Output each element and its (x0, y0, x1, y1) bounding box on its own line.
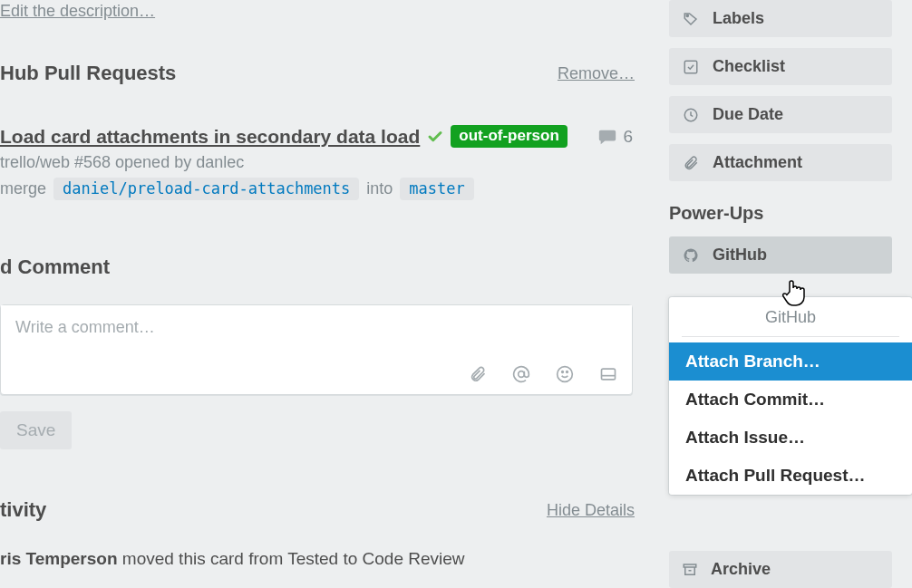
comment-icon (597, 127, 617, 147)
status-badge: out-of-person (451, 125, 567, 148)
svg-point-1 (558, 367, 573, 382)
svg-point-6 (686, 14, 688, 16)
sidebar-item-label: Due Date (713, 105, 783, 124)
svg-rect-9 (684, 564, 696, 567)
popover-item-attach-pull-request[interactable]: Attach Pull Request… (669, 457, 912, 495)
popover-item-attach-branch[interactable]: Attach Branch… (669, 342, 912, 381)
pr-title-link[interactable]: Load card attachments in secondary data … (0, 126, 420, 148)
section-header: Hub Pull Requests Remove… (0, 62, 635, 85)
sidebar-github-button[interactable]: GitHub (669, 236, 892, 274)
remove-link[interactable]: Remove… (558, 64, 635, 83)
sidebar-item-label: Archive (711, 560, 771, 579)
mention-icon[interactable] (512, 365, 530, 383)
branch-from[interactable]: daniel/preload-card-attachments (53, 178, 359, 200)
pr-item: Load card attachments in secondary data … (0, 125, 635, 148)
comments-count[interactable]: 6 (597, 127, 633, 147)
add-comment-title: d Comment (0, 255, 635, 279)
sidebar-item-label: GitHub (713, 246, 767, 265)
popover-item-attach-issue[interactable]: Attach Issue… (669, 419, 912, 457)
github-popover: GitHub Attach Branch… Attach Commit… Att… (669, 297, 912, 495)
checklist-icon (682, 59, 700, 75)
activity-entry: ris Temperson moved this card from Teste… (0, 549, 635, 569)
branch-to[interactable]: master (400, 178, 473, 200)
into-label: into (366, 179, 393, 198)
sidebar-labels-button[interactable]: Labels (669, 0, 892, 37)
card-sidebar: Labels Checklist Due Date Attachment Pow… (669, 0, 892, 284)
sidebar-attachment-button[interactable]: Attachment (669, 144, 892, 181)
card-icon[interactable] (599, 365, 617, 383)
comment-input[interactable] (1, 305, 632, 350)
tag-icon (682, 11, 700, 27)
activity-section: tivity Hide Details ris Temperson moved … (0, 498, 635, 569)
pull-requests-section: Hub Pull Requests Remove… Load card atta… (0, 62, 635, 200)
hide-details-link[interactable]: Hide Details (547, 501, 635, 520)
sidebar-item-label: Attachment (713, 153, 802, 172)
comment-number: 6 (623, 127, 633, 147)
section-title: Hub Pull Requests (0, 62, 176, 85)
svg-rect-7 (684, 61, 697, 73)
svg-point-0 (519, 371, 525, 378)
activity-user: ris Temperson (0, 549, 118, 568)
archive-icon (682, 562, 698, 578)
mouse-cursor (781, 277, 809, 308)
github-icon (682, 247, 700, 264)
sidebar-checklist-button[interactable]: Checklist (669, 48, 892, 85)
pr-merge-line: merge daniel/preload-card-attachments in… (0, 178, 635, 200)
pr-repo-line: trello/web #568 opened by danlec (0, 153, 635, 172)
paperclip-icon (682, 155, 700, 171)
powerups-title: Power-Ups (669, 203, 892, 224)
save-comment-button[interactable]: Save (0, 411, 72, 449)
activity-text: moved this card from Tested to Code Revi… (118, 549, 465, 568)
add-comment-section: d Comment Save (0, 255, 635, 449)
clock-icon (682, 107, 700, 123)
svg-rect-4 (602, 369, 616, 380)
merge-label: merge (0, 179, 46, 198)
svg-point-3 (567, 371, 568, 373)
sidebar-item-label: Checklist (713, 57, 785, 76)
attachment-icon[interactable] (469, 365, 487, 383)
sidebar-archive-button[interactable]: Archive (669, 551, 892, 588)
sidebar-due-date-button[interactable]: Due Date (669, 96, 892, 133)
sidebar-item-label: Labels (713, 9, 764, 28)
edit-description-link[interactable]: Edit the description… (0, 2, 155, 21)
check-icon (427, 129, 443, 145)
comment-toolbar (469, 365, 617, 383)
svg-point-2 (562, 371, 564, 373)
emoji-icon[interactable] (556, 365, 574, 383)
popover-item-attach-commit[interactable]: Attach Commit… (669, 381, 912, 419)
activity-title: tivity (0, 498, 46, 522)
comment-box (0, 304, 633, 395)
